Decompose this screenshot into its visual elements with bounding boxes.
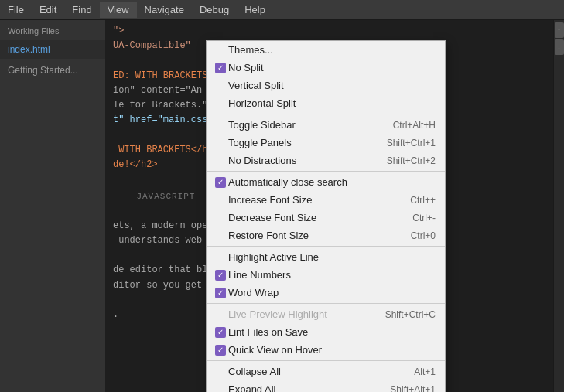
dropdown-item-8[interactable]: Increase Font SizeCtrl++ xyxy=(207,191,445,209)
menu-item-view[interactable]: View xyxy=(100,2,137,18)
code-line-0: "> xyxy=(113,24,545,39)
menu-label-4: Toggle Sidebar xyxy=(228,119,385,131)
checkmark-12: ✓ xyxy=(215,270,226,281)
shortcut-8: Ctrl++ xyxy=(410,195,436,206)
checkmark-16: ✓ xyxy=(215,345,226,356)
checkmark-13: ✓ xyxy=(215,288,226,298)
menu-label-3: Horizontal Split xyxy=(228,97,436,109)
shortcut-18: Shift+Alt+1 xyxy=(390,384,436,393)
menu-label-2: Vertical Split xyxy=(228,80,436,91)
menu-label-8: Increase Font Size xyxy=(228,194,402,206)
dropdown-item-2[interactable]: Vertical Split xyxy=(207,77,445,94)
dropdown-item-13[interactable]: ✓Word Wrap xyxy=(207,284,445,302)
menu-item-file[interactable]: File xyxy=(0,2,32,18)
file-list: index.html xyxy=(0,40,105,59)
shortcut-14: Shift+Ctrl+C xyxy=(385,309,436,320)
scroll-up-button[interactable]: ↑ xyxy=(555,22,564,38)
shortcut-4: Ctrl+Alt+H xyxy=(393,120,436,131)
menu-label-0: Themes... xyxy=(228,44,436,56)
check-area-1: ✓ xyxy=(213,63,228,73)
shortcut-6: Shift+Ctrl+2 xyxy=(387,155,436,166)
menu-label-16: Quick View on Hover xyxy=(228,344,436,356)
separator-3 xyxy=(207,114,445,114)
getting-started[interactable]: Getting Started... xyxy=(0,59,105,82)
shortcut-5: Shift+Ctrl+1 xyxy=(387,138,436,148)
menu-label-9: Decrease Font Size xyxy=(228,212,405,223)
menu-item-find[interactable]: Find xyxy=(64,2,99,18)
dropdown-item-5[interactable]: Toggle PanelsShift+Ctrl+1 xyxy=(207,134,445,152)
dropdown-item-17[interactable]: Collapse AllAlt+1 xyxy=(207,363,445,380)
check-area-13: ✓ xyxy=(213,288,228,298)
checkmark-7: ✓ xyxy=(215,177,226,188)
separator-10 xyxy=(207,246,445,247)
checkmark-1: ✓ xyxy=(215,63,226,73)
menu-item-debug[interactable]: Debug xyxy=(192,2,237,18)
dropdown-item-14: Live Preview HighlightShift+Ctrl+C xyxy=(207,305,445,323)
dropdown-item-7[interactable]: ✓Automatically close search xyxy=(207,173,445,191)
menu-label-14: Live Preview Highlight xyxy=(228,308,378,320)
dropdown-item-16[interactable]: ✓Quick View on Hover xyxy=(207,341,445,359)
dropdown-item-1[interactable]: ✓No Split xyxy=(207,59,445,77)
menu-item-help[interactable]: Help xyxy=(237,2,273,18)
scroll-down-button[interactable]: ↓ xyxy=(555,39,564,55)
menu-label-15: Lint Files on Save xyxy=(228,326,436,338)
separator-13 xyxy=(207,303,445,304)
separator-6 xyxy=(207,171,445,172)
menu-label-12: Line Numbers xyxy=(228,269,436,281)
dropdown-item-12[interactable]: ✓Line Numbers xyxy=(207,266,445,284)
dropdown-menu-container: Themes...✓No SplitVertical SplitHorizont… xyxy=(206,40,446,392)
menu-item-navigate[interactable]: Navigate xyxy=(137,2,192,18)
menu-label-7: Automatically close search xyxy=(228,176,436,188)
menu-label-11: Highlight Active Line xyxy=(228,251,436,263)
file-item-index-html[interactable]: index.html xyxy=(0,40,105,59)
menu-label-6: No Distractions xyxy=(228,155,379,166)
dropdown-item-11[interactable]: Highlight Active Line xyxy=(207,248,445,266)
check-area-16: ✓ xyxy=(213,345,228,356)
menu-label-1: No Split xyxy=(228,62,436,73)
separator-16 xyxy=(207,360,445,361)
dropdown-item-9[interactable]: Decrease Font SizeCtrl+- xyxy=(207,209,445,227)
dropdown-item-15[interactable]: ✓Lint Files on Save xyxy=(207,323,445,341)
working-files-header: Working Files xyxy=(0,20,105,40)
dropdown-item-18[interactable]: Expand AllShift+Alt+1 xyxy=(207,380,445,392)
shortcut-17: Alt+1 xyxy=(414,366,436,377)
dropdown-item-10[interactable]: Restore Font SizeCtrl+0 xyxy=(207,227,445,244)
scrollbar: ↑ ↓ xyxy=(553,20,564,392)
main-container: Working Files index.html Getting Started… xyxy=(0,20,564,392)
dropdown-item-3[interactable]: Horizontal Split xyxy=(207,94,445,112)
menu-label-17: Collapse All xyxy=(228,366,406,377)
shortcut-9: Ctrl+- xyxy=(412,213,436,223)
menu-bar: FileEditFindViewNavigateDebugHelp xyxy=(0,0,564,20)
checkmark-15: ✓ xyxy=(215,327,226,338)
menu-label-10: Restore Font Size xyxy=(228,230,403,241)
dropdown-item-4[interactable]: Toggle SidebarCtrl+Alt+H xyxy=(207,116,445,134)
check-area-7: ✓ xyxy=(213,177,228,188)
sidebar: Working Files index.html Getting Started… xyxy=(0,20,105,392)
check-area-15: ✓ xyxy=(213,327,228,338)
view-dropdown-menu: Themes...✓No SplitVertical SplitHorizont… xyxy=(206,40,446,392)
menu-label-5: Toggle Panels xyxy=(228,137,379,148)
check-area-12: ✓ xyxy=(213,270,228,281)
dropdown-item-0[interactable]: Themes... xyxy=(207,41,445,59)
shortcut-10: Ctrl+0 xyxy=(411,230,436,241)
menu-item-edit[interactable]: Edit xyxy=(32,2,64,18)
menu-label-18: Expand All xyxy=(228,383,382,392)
dropdown-item-6[interactable]: No DistractionsShift+Ctrl+2 xyxy=(207,152,445,169)
menu-label-13: Word Wrap xyxy=(228,287,436,298)
